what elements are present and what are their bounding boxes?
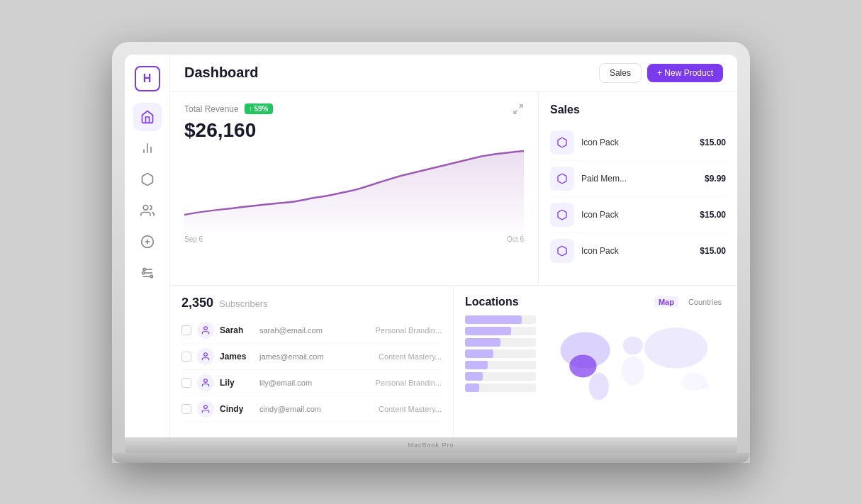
location-bar [465,383,479,392]
world-map [544,315,726,408]
subscriber-plan: Content Mastery... [379,405,442,413]
location-bar-wrap [465,349,536,358]
locations-card: Locations Map Countries [454,286,737,437]
subscriber-email: james@email.com [259,352,373,361]
svg-point-16 [204,352,208,356]
location-bar [465,327,511,335]
svg-point-11 [142,271,144,274]
svg-point-20 [569,354,596,377]
sale-item: Icon Pack $15.00 [550,197,726,233]
subscriber-avatar [197,322,214,339]
subscriber-email: sarah@email.com [259,326,369,335]
subscribers-card: 2,350 Subscribers Sarah sarah@email.com … [170,286,454,437]
svg-point-18 [204,405,208,408]
revenue-badge: ↑ 59% [245,103,273,114]
sale-price: $15.00 [700,138,726,147]
location-bars [465,315,536,392]
subscribers-count: 2,350 [181,296,213,310]
app-logo[interactable]: H [135,66,160,91]
subscriber-email: lily@email.com [259,379,369,387]
macbook-label: MacBook Pro [408,442,454,449]
location-bar-wrap [465,338,536,347]
location-bar [465,361,488,369]
locations-content [465,315,726,408]
sales-panel: Sales Icon Pack $15.00 Paid Mem... $9.99 [539,92,737,286]
page-title: Dashboard [184,65,258,81]
subscriber-row: Sarah sarah@email.com Personal Brandin..… [181,318,442,344]
sale-price: $15.00 [700,210,726,220]
svg-point-21 [589,373,609,400]
locations-header: Locations Map Countries [465,296,726,308]
sidebar-item-products[interactable] [133,165,162,194]
sale-icon [550,239,574,263]
subscriber-checkbox[interactable] [181,325,191,335]
sidebar-item-users[interactable] [133,196,162,225]
location-bar-wrap [465,361,536,369]
svg-point-3 [143,205,148,210]
app-header: Dashboard Sales + New Product [170,55,737,92]
subscriber-name: Lily [220,378,254,388]
chart-dates: Sep 6 Oct 6 [184,235,524,243]
subscriber-avatar [197,348,214,365]
sidebar-item-billing[interactable] [133,228,162,256]
sales-title: Sales [550,103,726,116]
sale-icon [550,130,574,155]
sidebar-item-home[interactable] [133,103,162,131]
content-grid: Total Revenue ↑ 59% $26,160 [170,92,737,437]
new-product-button[interactable]: + New Product [647,64,723,82]
svg-point-26 [702,383,709,390]
sale-name: Icon Pack [581,246,693,256]
subscriber-checkbox[interactable] [181,352,191,362]
sidebar-item-settings[interactable] [133,259,162,287]
subscriber-row: Cindy cindy@email.com Content Mastery... [181,396,442,422]
location-bar [465,372,483,381]
svg-point-17 [204,379,208,382]
subscriber-name: Sarah [220,325,254,335]
sale-icon [550,167,574,191]
svg-point-10 [143,268,145,270]
sales-button[interactable]: Sales [599,63,642,83]
svg-point-24 [644,327,708,369]
subscriber-email: cindy@email.com [259,405,373,413]
sidebar-item-analytics[interactable] [133,134,162,162]
subscriber-plan: Personal Brandin... [375,379,442,387]
sale-icon [550,203,574,227]
location-bar-wrap [465,315,536,324]
subscriber-avatar [197,374,214,391]
location-bar [465,349,493,358]
bottom-section: 2,350 Subscribers Sarah sarah@email.com … [170,286,737,437]
subscriber-checkbox[interactable] [181,378,191,388]
svg-point-23 [622,356,644,385]
svg-line-13 [519,105,522,108]
sale-item: Paid Mem... $9.99 [550,161,726,197]
sale-price: $15.00 [700,246,726,256]
svg-point-12 [150,275,152,277]
subscribers-label: Subscribers [219,298,268,309]
subscriber-row: James james@email.com Content Mastery... [181,344,442,370]
sale-item: Icon Pack $15.00 [550,125,726,161]
location-bar-wrap [465,372,536,381]
subscriber-plan: Content Mastery... [379,352,442,361]
laptop-base: MacBook Pro [125,437,737,453]
subscriber-row: Lily lily@email.com Personal Brandin... [181,370,442,396]
sales-list: Icon Pack $15.00 Paid Mem... $9.99 Icon … [550,125,726,269]
subscriber-name: Cindy [220,404,254,414]
subscriber-avatar [197,401,214,418]
share-icon [513,103,524,115]
main-content: Dashboard Sales + New Product Total Reve… [170,55,737,437]
tab-map[interactable]: Map [654,296,678,308]
revenue-card: Total Revenue ↑ 59% $26,160 [170,92,539,286]
sale-name: Icon Pack [581,138,693,147]
subscribers-header: 2,350 Subscribers [181,296,442,310]
location-bar [465,338,500,347]
tab-countries[interactable]: Countries [684,296,726,308]
revenue-amount: $26,160 [184,119,524,142]
subscriber-checkbox[interactable] [181,404,191,414]
locations-tabs: Map Countries [654,296,726,308]
revenue-label: Total Revenue ↑ 59% [184,103,273,114]
header-actions: Sales + New Product [599,63,723,83]
sale-item: Icon Pack $15.00 [550,233,726,269]
sale-price: $9.99 [705,174,726,184]
revenue-chart [184,147,524,233]
sale-name: Paid Mem... [581,174,698,184]
